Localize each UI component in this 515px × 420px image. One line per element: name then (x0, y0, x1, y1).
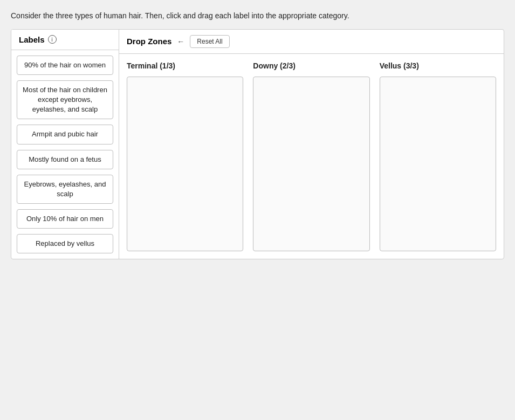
drop-zones-panel: Drop Zones ← Reset All Terminal (1/3)Dow… (119, 30, 504, 259)
drop-zone-label: Vellus (3/3) (380, 61, 496, 70)
drop-zone-box[interactable] (380, 77, 496, 252)
label-item[interactable]: Mostly found on a fetus (17, 150, 113, 169)
drop-zones-columns: Terminal (1/3)Downy (2/3)Vellus (3/3) (119, 54, 504, 259)
drop-zone-label: Downy (2/3) (253, 61, 369, 70)
labels-list: 90% of the hair on womenMost of the hair… (11, 50, 119, 259)
drop-zone-box[interactable] (127, 77, 243, 252)
drop-zones-title: Drop Zones (127, 37, 171, 46)
label-item[interactable]: 90% of the hair on women (17, 56, 113, 75)
drop-zone-column: Terminal (1/3) (127, 61, 243, 252)
label-item[interactable]: Armpit and pubic hair (17, 125, 113, 144)
labels-title: Labels (19, 35, 45, 44)
drop-zone-box[interactable] (253, 77, 369, 252)
labels-panel: Labels i 90% of the hair on womenMost of… (11, 30, 119, 259)
label-item[interactable]: Eyebrows, eyelashes, and scalp (17, 175, 113, 204)
drop-zones-header: Drop Zones ← Reset All (119, 30, 504, 54)
main-container: Labels i 90% of the hair on womenMost of… (11, 29, 504, 260)
reset-all-button[interactable]: Reset All (190, 35, 229, 48)
drop-zone-column: Vellus (3/3) (380, 61, 496, 252)
instruction-text: Consider the three types of human hair. … (11, 11, 504, 22)
label-item[interactable]: Most of the hair on children except eyeb… (17, 80, 113, 120)
label-item[interactable]: Replaced by vellus (17, 234, 113, 253)
labels-header: Labels i (11, 30, 119, 50)
drop-zone-label: Terminal (1/3) (127, 61, 243, 70)
label-item[interactable]: Only 10% of hair on men (17, 209, 113, 229)
drop-zone-column: Downy (2/3) (253, 61, 369, 252)
info-icon[interactable]: i (48, 35, 57, 44)
back-arrow-icon[interactable]: ← (177, 37, 184, 46)
